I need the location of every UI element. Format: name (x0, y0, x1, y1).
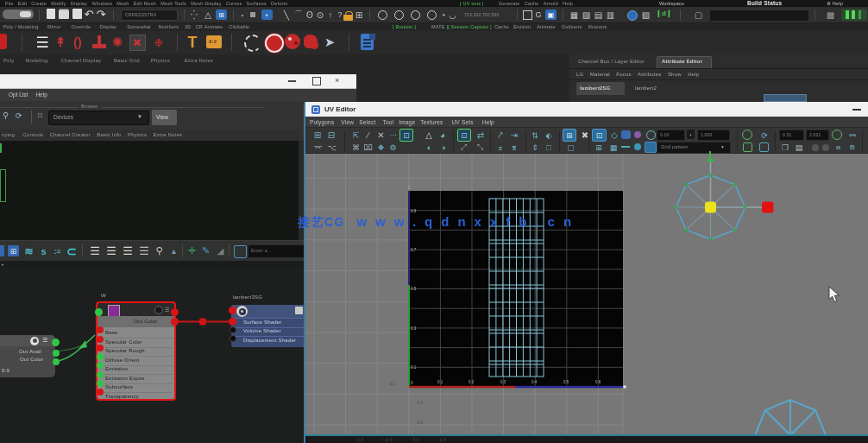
svg-text:1: 1 (408, 186, 411, 190)
svg-text:0.5: 0.5 (411, 287, 417, 291)
svg-text:0.5: 0.5 (563, 380, 569, 384)
svg-text:0.2: 0.2 (469, 380, 475, 384)
svg-text:-0.2: -0.2 (416, 420, 424, 425)
svg-text:0.1: 0.1 (437, 380, 443, 384)
svg-text:0.9: 0.9 (411, 209, 417, 213)
svg-text:-0.1: -0.1 (416, 400, 424, 405)
svg-text:0.3: 0.3 (500, 380, 506, 384)
svg-text:0.3: 0.3 (411, 326, 417, 331)
svg-text:0.4: 0.4 (531, 380, 538, 384)
svg-text:0.6: 0.6 (595, 380, 601, 384)
svg-text:0.1: 0.1 (411, 365, 417, 370)
svg-text:-0.1: -0.1 (388, 381, 396, 386)
svg-text:0.7: 0.7 (411, 248, 417, 252)
